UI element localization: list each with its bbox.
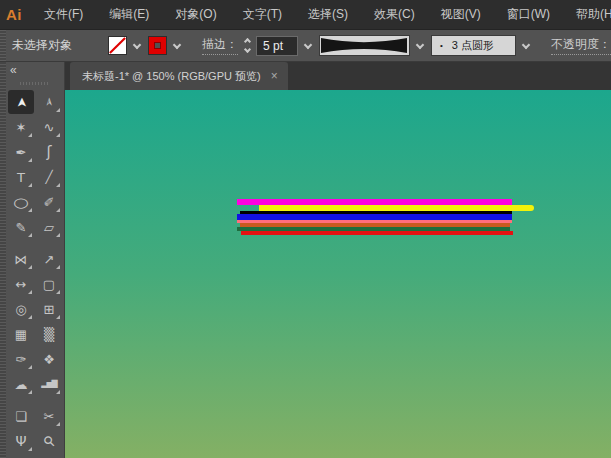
symbol-sprayer-tool[interactable]: ☁ — [8, 372, 34, 396]
blend-tool[interactable]: ❖ — [36, 347, 62, 371]
menu-select[interactable]: 选择(S) — [308, 6, 348, 23]
pencil-tool-icon: ✎ — [16, 221, 27, 234]
artboard-tool-icon: ❏ — [15, 410, 27, 423]
tools-drag-grip[interactable] — [6, 78, 64, 88]
gradient-tool-icon: ▒ — [44, 328, 54, 341]
line-segment-tool-icon: ╱ — [45, 171, 52, 183]
zoom-tool[interactable]: ⚲ — [36, 429, 62, 453]
brush-name: 3 点圆形 — [452, 38, 494, 53]
stepper-down-icon[interactable] — [244, 46, 251, 53]
eyedropper-tool-icon: ✑ — [16, 353, 27, 366]
slice-tool[interactable]: ✂ — [36, 404, 62, 428]
reflect-tool[interactable]: ⋈ — [8, 247, 34, 271]
line-segment-tool[interactable]: ╱ — [36, 165, 62, 189]
width-profile-select[interactable] — [319, 35, 410, 56]
eyedropper-tool[interactable]: ✑ — [8, 347, 34, 371]
ellipse-tool-icon: ○ — [13, 196, 29, 209]
illustrator-window: Ai 文件(F)编辑(E)对象(O)文字(T)选择(S)效果(C)视图(V)窗口… — [0, 0, 611, 458]
paintbrush-tool[interactable]: ✐ — [36, 190, 62, 214]
free-transform-tool-icon: ▢ — [43, 278, 55, 291]
tools-grid: ➤➢✶∿✒ʃT╱○✐✎▱⋈↗↔▢◎⊞▦▒✑❖☁▂▅▇❏✂Ψ⚲ — [6, 88, 64, 455]
mesh-tool-icon: ▦ — [15, 328, 27, 341]
scale-tool-icon: ↗ — [44, 253, 55, 266]
hand-tool-icon: Ψ — [15, 434, 26, 448]
brush-stroke-red[interactable] — [241, 231, 513, 235]
menu-effect[interactable]: 效果(C) — [374, 6, 415, 23]
ellipse-tool[interactable]: ○ — [8, 190, 34, 214]
artboard-tool[interactable]: ❏ — [8, 404, 34, 428]
menu-object[interactable]: 对象(O) — [175, 6, 216, 23]
document-tab[interactable]: 未标题-1* @ 150% (RGB/GPU 预览) × — [70, 62, 288, 90]
pencil-tool[interactable]: ✎ — [8, 215, 34, 239]
eraser-tool-icon: ▱ — [44, 221, 54, 234]
selection-tool[interactable]: ➤ — [8, 90, 34, 114]
main-area: « ➤➢✶∿✒ʃT╱○✐✎▱⋈↗↔▢◎⊞▦▒✑❖☁▂▅▇❏✂Ψ⚲ 未标题-1* … — [0, 62, 611, 458]
tools-panel-inner: « ➤➢✶∿✒ʃT╱○✐✎▱⋈↗↔▢◎⊞▦▒✑❖☁▂▅▇❏✂Ψ⚲ — [6, 62, 64, 458]
stroke-weight-stepper[interactable] — [245, 39, 250, 52]
column-graph-tool-icon: ▂▅▇ — [41, 380, 56, 388]
shape-builder-tool-icon: ◎ — [15, 303, 26, 316]
menu-file[interactable]: 文件(F) — [44, 6, 83, 23]
artboard-canvas[interactable] — [65, 90, 611, 458]
width-tool[interactable]: ↔ — [8, 272, 34, 296]
selection-tool-icon: ➤ — [15, 97, 28, 108]
menu-edit[interactable]: 编辑(E) — [109, 6, 149, 23]
document-tab-title: 未标题-1* @ 150% (RGB/GPU 预览) — [82, 69, 261, 84]
menu-help[interactable]: 帮助(H) — [576, 6, 611, 23]
selection-status: 未选择对象 — [12, 37, 72, 54]
tools-panel: « ➤➢✶∿✒ʃT╱○✐✎▱⋈↗↔▢◎⊞▦▒✑❖☁▂▅▇❏✂Ψ⚲ — [0, 62, 65, 458]
magic-wand-tool[interactable]: ✶ — [8, 115, 34, 139]
width-profile-chevron-icon[interactable] — [416, 40, 424, 48]
shape-builder-tool[interactable]: ◎ — [8, 297, 34, 321]
symbol-sprayer-tool-icon: ☁ — [15, 378, 28, 391]
menu-bar: Ai 文件(F)编辑(E)对象(O)文字(T)选择(S)效果(C)视图(V)窗口… — [0, 0, 611, 30]
free-transform-tool[interactable]: ▢ — [36, 272, 62, 296]
document-tab-bar: 未标题-1* @ 150% (RGB/GPU 预览) × — [65, 62, 611, 90]
reflect-tool-icon: ⋈ — [15, 253, 28, 266]
stroke-weight-input[interactable]: 5 pt — [256, 36, 298, 56]
lasso-tool[interactable]: ∿ — [36, 115, 62, 139]
stroke-weight-label[interactable]: 描边： — [202, 36, 238, 55]
pen-tool-icon: ✒ — [16, 146, 27, 159]
paintbrush-tool-icon: ✐ — [44, 196, 55, 209]
menu-view[interactable]: 视图(V) — [441, 6, 481, 23]
column-graph-tool[interactable]: ▂▅▇ — [36, 372, 62, 396]
ai-logo: Ai — [6, 6, 22, 23]
menu-type[interactable]: 文字(T) — [243, 6, 282, 23]
fill-dropdown-chevron-icon[interactable] — [133, 40, 141, 48]
control-bar-grip[interactable] — [0, 30, 6, 61]
stroke-weight-chevron-icon[interactable] — [304, 40, 312, 48]
opacity-label[interactable]: 不透明度： — [551, 36, 611, 55]
stroke-swatch-hole — [154, 42, 161, 49]
none-diagonal-icon — [109, 37, 126, 54]
curvature-tool[interactable]: ʃ — [36, 140, 62, 164]
stepper-up-icon[interactable] — [244, 38, 251, 45]
hand-tool[interactable]: Ψ — [8, 429, 34, 453]
type-tool-icon: T — [17, 171, 25, 184]
pen-tool[interactable]: ✒ — [8, 140, 34, 164]
stroke-color-swatch[interactable] — [148, 36, 167, 55]
document-column: 未标题-1* @ 150% (RGB/GPU 预览) × — [65, 62, 611, 458]
control-bar: 未选择对象 描边： 5 pt • — [0, 30, 611, 62]
perspective-grid-tool[interactable]: ⊞ — [36, 297, 62, 321]
type-tool[interactable]: T — [8, 165, 34, 189]
menu-window[interactable]: 窗口(W) — [507, 6, 550, 23]
brush-definition-select[interactable]: • 3 点圆形 — [431, 35, 516, 56]
eraser-tool[interactable]: ▱ — [36, 215, 62, 239]
slice-tool-icon: ✂ — [44, 410, 55, 423]
mesh-tool[interactable]: ▦ — [8, 322, 34, 346]
brush-chevron-icon[interactable] — [522, 40, 530, 48]
width-tool-icon: ↔ — [16, 278, 27, 291]
gradient-tool[interactable]: ▒ — [36, 322, 62, 346]
perspective-grid-tool-icon: ⊞ — [44, 303, 55, 316]
direct-selection-tool-icon: ➢ — [43, 97, 55, 107]
menu-items: 文件(F)编辑(E)对象(O)文字(T)选择(S)效果(C)视图(V)窗口(W)… — [44, 6, 611, 23]
tools-collapse-button[interactable]: « — [6, 62, 64, 78]
scale-tool[interactable]: ↗ — [36, 247, 62, 271]
brush-preview-icon: • — [440, 41, 443, 50]
zoom-tool-icon: ⚲ — [40, 432, 57, 449]
stroke-dropdown-chevron-icon[interactable] — [173, 40, 181, 48]
tab-close-icon[interactable]: × — [271, 70, 278, 82]
direct-selection-tool[interactable]: ➢ — [36, 90, 62, 114]
fill-none-swatch[interactable] — [108, 36, 127, 55]
